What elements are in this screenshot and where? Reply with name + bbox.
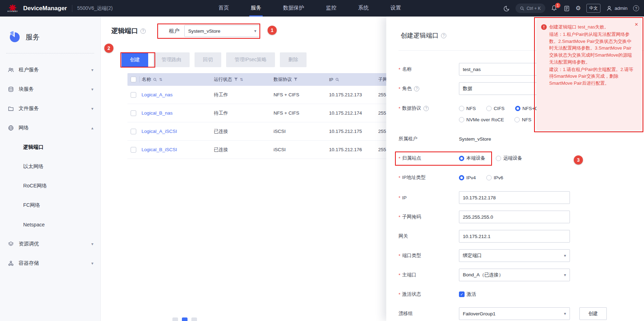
sidebar-item-tenant-services[interactable]: 租户服务 [0, 60, 100, 79]
ip-input[interactable] [459, 191, 570, 204]
radio-nfs-cifs[interactable] [515, 106, 520, 111]
failback-button[interactable]: 回切 [195, 52, 221, 67]
sidebar-item-resource-tuning[interactable]: 资源调优 [0, 234, 100, 253]
sidebar-item-ethernet[interactable]: 以太网络 [0, 157, 100, 176]
pagination-dot-current[interactable] [182, 317, 188, 321]
nav-monitor[interactable]: 监控 [324, 0, 338, 17]
help-icon[interactable] [414, 86, 419, 91]
gear-icon[interactable] [576, 5, 581, 11]
create-button[interactable]: 创建 [121, 52, 148, 67]
radio-nfs[interactable] [459, 106, 464, 111]
chevron-down-icon [91, 87, 93, 92]
pagination-dot[interactable] [191, 317, 197, 321]
sidebar-item-file-services[interactable]: 文件服务 [0, 99, 100, 118]
port-name-link[interactable]: Logical_A_nas [142, 92, 173, 97]
sidebar-item-network[interactable]: 网络 [0, 118, 100, 137]
sidebar-title: 服务 [26, 32, 40, 42]
help-icon[interactable] [423, 106, 429, 111]
sidebar-item-container-storage[interactable]: 容器存储 [0, 253, 100, 273]
radio-ipv4[interactable] [459, 175, 464, 180]
nav-system[interactable]: 系统 [357, 0, 370, 17]
chevron-down-icon [91, 106, 93, 111]
sidebar-item-label: 资源调优 [19, 240, 39, 247]
users-icon [8, 67, 14, 73]
row-checkbox[interactable] [131, 92, 136, 98]
search-icon[interactable] [335, 78, 339, 82]
delete-button[interactable]: 删除 [280, 52, 307, 67]
filter-icon[interactable] [234, 78, 238, 81]
divider [6, 53, 94, 53]
port-name-link[interactable]: Logical_B_nas [142, 110, 173, 116]
report-list-icon[interactable] [564, 5, 570, 12]
radio-nvme-roce[interactable] [459, 117, 464, 122]
sidebar-item-label: 文件服务 [19, 105, 39, 112]
field-label: 名称 [399, 66, 412, 72]
chevron-down-icon [564, 253, 566, 258]
sidebar-item-netspace[interactable]: Netspace [0, 215, 100, 234]
role-value: 数据 [463, 85, 472, 92]
sidebar-item-block-services[interactable]: 块服务 [0, 79, 100, 99]
radio-nfs-2[interactable] [514, 117, 520, 122]
page-title: 逻辑端口 [111, 26, 138, 36]
subnet-mask-input[interactable] [459, 211, 570, 223]
close-icon[interactable] [635, 22, 638, 27]
failover-group-select[interactable]: FailoverGroup1 [459, 307, 570, 320]
theme-toggle-icon[interactable] [504, 5, 510, 12]
sidebar-item-label: 容器存储 [19, 260, 39, 267]
activate-checkbox[interactable] [459, 291, 465, 297]
user-menu[interactable]: admin [606, 5, 627, 12]
notifications-button[interactable]: 1 [551, 5, 558, 12]
help-icon[interactable] [633, 5, 639, 11]
device-name[interactable]: 5500V6_远端(2) [77, 5, 113, 12]
chevron-up-icon [91, 126, 93, 130]
port-name-link[interactable]: Logical_B_iSCSI [142, 147, 177, 152]
ip-address: 10.175.212.176 [329, 147, 362, 152]
help-icon[interactable] [441, 33, 446, 38]
radio-cifs[interactable] [486, 106, 492, 111]
failover-create-button[interactable]: 创建 [579, 307, 607, 320]
row-checkbox[interactable] [131, 110, 136, 116]
sidebar: 服务 租户服务 [0, 17, 101, 321]
nav-data-protection[interactable]: 数据保护 [282, 0, 305, 17]
sort-icon[interactable] [159, 77, 162, 82]
row-checkbox[interactable] [131, 147, 136, 153]
field-label: IP [399, 195, 407, 200]
field-label: 子网掩码 [399, 214, 421, 220]
manage-ipsec-button[interactable]: 管理IPsec策略 [226, 52, 275, 67]
radio-ipv6[interactable] [486, 175, 492, 180]
sidebar-item-logical-ports[interactable]: 逻辑端口 [0, 137, 100, 157]
select-all-checkbox[interactable] [131, 77, 136, 82]
search-icon[interactable] [153, 78, 157, 82]
huawei-logo-text: HUAWEI [7, 10, 18, 12]
gateway-input[interactable] [459, 230, 570, 243]
global-search[interactable]: Ctrl + K [515, 4, 545, 13]
language-button[interactable]: 中文 [586, 4, 600, 13]
sort-icon[interactable] [240, 77, 243, 82]
port-name-link[interactable]: Logical_A_iSCSI [142, 129, 177, 134]
sidebar-item-roce[interactable]: RoCE网络 [0, 176, 100, 195]
sidebar-item-fc[interactable]: FC网络 [0, 195, 100, 215]
ip-address: 10.175.212.174 [329, 110, 362, 116]
port-type-select[interactable]: 绑定端口 [459, 249, 570, 262]
sidebar-item-label: 网络 [19, 124, 29, 131]
running-status: 待工作 [214, 92, 228, 98]
nav-settings[interactable]: 设置 [389, 0, 402, 17]
row-checkbox[interactable] [131, 129, 136, 134]
field-label: 归属站点 [399, 155, 421, 161]
chevron-down-icon [564, 311, 566, 316]
column-protocol: 数据协议 [274, 76, 292, 83]
radio-remote-device[interactable] [496, 156, 501, 161]
nav-services[interactable]: 服务 [249, 0, 263, 17]
help-icon[interactable] [140, 28, 146, 34]
pagination-dot[interactable] [172, 317, 178, 321]
primary-port-select[interactable]: Bond_A（已连接） [459, 269, 570, 281]
nav-home[interactable]: 首页 [217, 0, 230, 17]
sidebar-item-label: 块服务 [19, 86, 34, 92]
field-label: 漂移组 [399, 310, 413, 317]
tenant-select[interactable]: System_vStore [184, 25, 260, 37]
ip-address: 10.175.212.175 [329, 129, 362, 134]
radio-local-device[interactable] [459, 156, 464, 161]
filter-icon[interactable] [294, 78, 297, 81]
topbar-actions: Ctrl + K 1 中文 [504, 0, 639, 17]
manage-routes-button[interactable]: 管理路由 [153, 52, 190, 67]
